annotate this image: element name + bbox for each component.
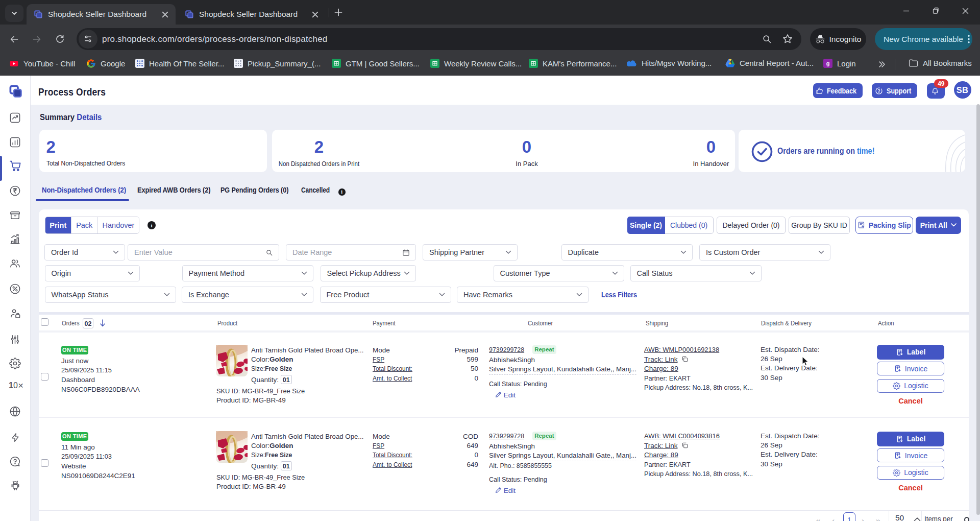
svg-text:g: g [826,60,830,66]
